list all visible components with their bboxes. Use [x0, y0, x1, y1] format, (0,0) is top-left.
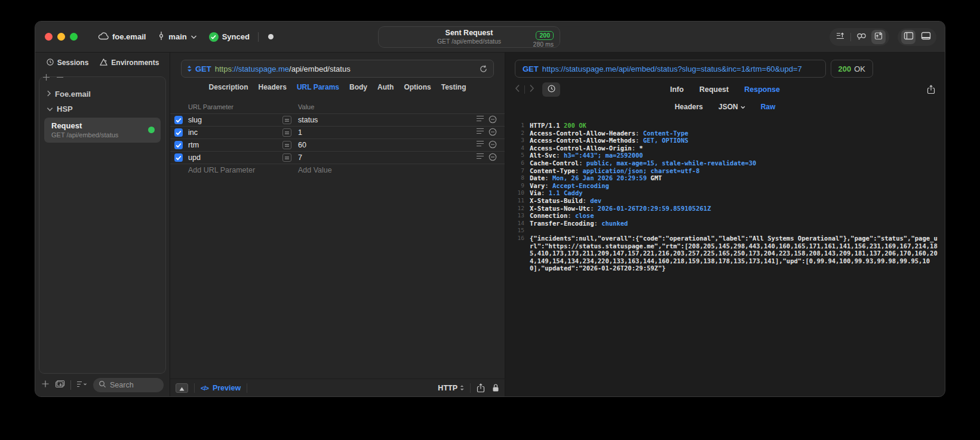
recording-dot[interactable]: [268, 34, 274, 39]
param-name[interactable]: inc: [188, 128, 282, 137]
param-checkbox[interactable]: [174, 116, 183, 124]
line-number: 7: [509, 167, 524, 175]
param-checkbox[interactable]: [174, 153, 183, 162]
url-scheme: https: [215, 64, 232, 73]
sync-status[interactable]: Synced: [209, 32, 250, 42]
share-response-button[interactable]: [927, 85, 935, 94]
resend-request-button[interactable]: [479, 64, 488, 73]
close-window-button[interactable]: [45, 33, 53, 41]
reorder-icon[interactable]: [476, 153, 484, 163]
preview-button[interactable]: </> Preview: [201, 384, 241, 392]
url-host: ://statuspage.me: [232, 64, 289, 73]
remove-session-button[interactable]: [56, 73, 64, 80]
response-subtab-headers[interactable]: Headers: [675, 103, 703, 111]
param-value[interactable]: status: [298, 116, 471, 124]
response-tab-response[interactable]: Response: [744, 85, 780, 94]
tab-description[interactable]: Description: [209, 83, 248, 91]
format-select[interactable]: HTTP: [438, 384, 464, 392]
clock-icon: [46, 58, 54, 68]
toggle-bottom-panel-button[interactable]: [918, 30, 933, 44]
line-text: X-Status-Build: dev: [530, 197, 938, 205]
sidebar-footer: Search: [35, 374, 170, 396]
sort-options-button[interactable]: [76, 380, 88, 390]
response-body[interactable]: 1HTTP/1.1 200 OK2Access-Control-Allow-He…: [505, 115, 945, 396]
add-session-button[interactable]: [42, 73, 50, 80]
collapse-panel-button[interactable]: [176, 383, 188, 393]
response-tabs: InfoRequestResponse: [505, 85, 945, 94]
import-window-button[interactable]: [871, 30, 886, 44]
tree-group-hsp[interactable]: HSP: [44, 101, 161, 116]
param-value[interactable]: 7: [298, 153, 471, 162]
tab-url-params[interactable]: URL Params: [297, 83, 339, 91]
equals-icon: [282, 153, 291, 162]
zoom-window-button[interactable]: [70, 33, 78, 41]
tab-auth[interactable]: Auth: [377, 83, 394, 91]
branch-menu[interactable]: main: [158, 31, 196, 42]
params-table: slugstatusinc1rtm60upd7: [170, 113, 505, 164]
sync-loop-button[interactable]: [854, 30, 868, 44]
request-url[interactable]: https://statuspage.me/api/embed/status: [215, 64, 351, 73]
code-line: 8Date: Mon, 26 Jan 2026 20:29:59 GMT: [509, 174, 938, 182]
tab-testing[interactable]: Testing: [441, 83, 466, 91]
sent-request-summary[interactable]: Sent Request GET /api/embed/status 200 2…: [378, 26, 560, 48]
param-name[interactable]: rtm: [188, 141, 282, 149]
param-name[interactable]: slug: [188, 116, 282, 124]
line-text: HTTP/1.1 200 OK: [530, 122, 938, 130]
request-editor-footer: </> Preview HTTP: [170, 379, 505, 396]
param-value[interactable]: 1: [298, 128, 471, 137]
url-path: /api/embed/status: [289, 64, 351, 73]
tab-options[interactable]: Options: [404, 83, 431, 91]
response-subtab-json[interactable]: JSON: [718, 103, 745, 111]
param-value[interactable]: 60: [298, 141, 471, 149]
remove-row-icon[interactable]: [489, 140, 497, 150]
reorder-icon[interactable]: [476, 128, 484, 138]
response-url-bar[interactable]: GET https://statuspage.me/api/embed/stat…: [515, 60, 826, 78]
param-row-actions: [471, 140, 505, 150]
param-checkbox[interactable]: [174, 128, 183, 137]
project-menu[interactable]: foe.email: [98, 32, 146, 42]
method-dropdown-icon[interactable]: [187, 65, 192, 72]
search-input[interactable]: Search: [93, 378, 164, 392]
tree-group-foe-email[interactable]: Foe.email: [44, 87, 161, 101]
reorder-icon[interactable]: [476, 115, 484, 125]
line-number: 16: [509, 235, 524, 272]
line-number: 14: [509, 220, 524, 227]
request-item-title: Request: [51, 121, 148, 130]
export-list-button[interactable]: [833, 30, 847, 44]
response-subtab-label: JSON: [718, 103, 738, 111]
line-text: X-Status-Now-Utc: 2026-01-26T20:29:59.85…: [530, 205, 938, 213]
minimize-window-button[interactable]: [57, 33, 65, 41]
code-line: 11X-Status-Build: dev: [509, 197, 938, 205]
line-number: 8: [509, 174, 524, 182]
add-folder-button[interactable]: [55, 380, 65, 390]
add-param-name-placeholder[interactable]: Add URL Parameter: [188, 166, 282, 174]
param-name[interactable]: upd: [188, 153, 282, 162]
preview-label: Preview: [213, 384, 241, 392]
param-checkbox[interactable]: [174, 141, 183, 149]
tab-headers[interactable]: Headers: [259, 83, 287, 91]
request-summary-subtitle: GET /api/embed/status: [379, 38, 560, 45]
response-subtab-raw[interactable]: Raw: [761, 103, 776, 111]
line-text: Access-Control-Allow-Origin: *: [530, 144, 938, 152]
chevron-right-icon: [47, 90, 51, 99]
request-editor-tabs: DescriptionHeadersURL ParamsBodyAuthOpti…: [170, 78, 505, 97]
response-tab-request[interactable]: Request: [699, 85, 729, 94]
remove-row-icon[interactable]: [489, 115, 497, 125]
remove-row-icon[interactable]: [489, 128, 497, 138]
add-param-row[interactable]: Add URL Parameter Add Value: [170, 164, 505, 176]
request-list-item[interactable]: Request GET /api/embed/status: [44, 118, 161, 143]
request-method[interactable]: GET: [195, 64, 211, 73]
reorder-icon[interactable]: [476, 140, 484, 150]
sidebar-tab-sessions[interactable]: Sessions: [46, 58, 89, 68]
remove-row-icon[interactable]: [489, 153, 497, 163]
tab-body[interactable]: Body: [349, 83, 367, 91]
toggle-sidebar-button[interactable]: [901, 30, 916, 44]
add-request-button[interactable]: [41, 380, 50, 390]
share-request-button[interactable]: [477, 383, 485, 393]
response-tab-info[interactable]: Info: [670, 85, 684, 94]
add-param-value-placeholder[interactable]: Add Value: [298, 166, 471, 174]
response-subtab-label: Raw: [761, 103, 776, 111]
request-url-bar[interactable]: GET https://statuspage.me/api/embed/stat…: [181, 60, 494, 78]
chevron-down-icon: [191, 32, 197, 41]
sidebar-tab-environments[interactable]: Environments: [99, 58, 159, 68]
